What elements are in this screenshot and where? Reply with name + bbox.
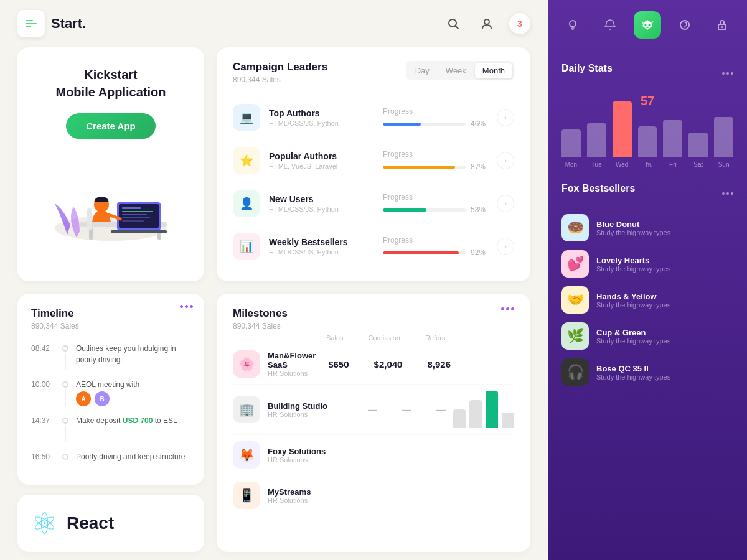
- cup-green-name: Cup & Green: [596, 328, 670, 337]
- top-authors-info: Top Authors HTML/CSS/JS, Python: [269, 108, 374, 127]
- day-wed: Wed: [616, 161, 628, 168]
- bose-sub: Study the highway types: [596, 373, 670, 381]
- progress-pct-4: 92%: [471, 248, 488, 257]
- timeline-item-4: 16:50 Poorly driving and keep structure: [31, 451, 190, 462]
- svg-point-5: [484, 19, 489, 24]
- popular-authors-chevron[interactable]: ›: [497, 152, 514, 169]
- cup-green-img: 🌿: [561, 322, 589, 350]
- new-users-chevron[interactable]: ›: [497, 195, 514, 212]
- timeline-time-3: 14:37: [31, 415, 55, 425]
- timeline-item-3: 14:37 Make deposit USD 700 to ESL: [31, 415, 190, 442]
- svg-rect-0: [26, 20, 33, 21]
- timeline-text-1: Outlines keep you Indulging in poorly dr…: [76, 343, 190, 365]
- timeline-title-group: Timeline 890,344 Sales: [31, 307, 79, 330]
- nav-bulb-button[interactable]: [559, 11, 586, 39]
- progress-label-2: Progress: [383, 150, 488, 159]
- campaign-row-weekly-bestsellers: 📊 Weekly Bestsellers HTML/CSS/JS, Python…: [233, 225, 514, 268]
- cup-green-sub: Study the highway types: [596, 337, 670, 345]
- daily-stats-chart: 57 Mon Tue Wed Thu: [561, 94, 733, 168]
- bestsellers-title: Fox Bestsellers: [561, 183, 635, 194]
- milestones-title-group: Milestones 890,344 Sales: [233, 307, 288, 330]
- weekly-bestsellers-icon: 📊: [233, 233, 260, 260]
- bar-3: [486, 391, 498, 428]
- milestones-menu-dots[interactable]: [501, 307, 514, 310]
- milestones-title: Milestones: [233, 307, 288, 320]
- campaign-row-top-authors: 💻 Top Authors HTML/CSS/JS, Python Progre…: [233, 96, 514, 139]
- nav-lock-button[interactable]: [708, 11, 736, 39]
- hands-yellow-img: 🤝: [561, 286, 589, 314]
- campaign-card: Campaign Leaders 890,344 Sales Day Week …: [217, 47, 530, 281]
- bulb-icon: [566, 19, 579, 31]
- manflower-commission: $2,040: [374, 359, 403, 370]
- day-mon: Mon: [565, 161, 577, 168]
- milestone-row-building-studio: 🏢 Building Studio HR Solutions — — —: [233, 385, 514, 435]
- progress-pct-3: 53%: [471, 205, 488, 214]
- svg-rect-12: [111, 230, 167, 233]
- timeline-text-4: Poorly driving and keep structure: [76, 451, 185, 462]
- notification-badge[interactable]: 3: [509, 13, 530, 34]
- bose-name: Bose QC 35 II: [596, 364, 670, 373]
- user-button[interactable]: [476, 12, 498, 35]
- foxy-sub: HR Solutions: [268, 456, 387, 464]
- bar-col-tue: Tue: [587, 123, 606, 168]
- sidebar-content: Daily Stats 57 Mon Tue Wed: [548, 50, 747, 560]
- bar-col-mon: Mon: [561, 129, 581, 168]
- bestsellers-dots[interactable]: [722, 192, 733, 195]
- top-authors-chevron[interactable]: ›: [497, 109, 514, 126]
- tab-day[interactable]: Day: [408, 63, 437, 78]
- day-sun: Sun: [718, 161, 730, 168]
- bar-col-sat: Sat: [688, 133, 708, 168]
- nav-bell-button[interactable]: [596, 11, 624, 39]
- popular-authors-progress: Progress 87%: [383, 150, 488, 171]
- daily-stats-dots[interactable]: [722, 72, 733, 75]
- search-button[interactable]: [442, 12, 464, 35]
- day-thu: Thu: [642, 161, 652, 168]
- blue-donut-name: Blue Donut: [596, 220, 670, 229]
- tab-month[interactable]: Month: [475, 63, 512, 78]
- weekly-bestsellers-chevron[interactable]: ›: [497, 238, 514, 255]
- building-studio-stats: — — —: [368, 404, 446, 415]
- lovely-hearts-sub: Study the highway types: [596, 265, 670, 273]
- header: Start. 3: [0, 0, 548, 47]
- create-app-button[interactable]: Create App: [66, 113, 155, 139]
- col-label-refers: Refers: [425, 334, 445, 342]
- timeline-content-2: AEOL meeting with A B: [76, 379, 139, 406]
- timeline-highlight: USD 700: [123, 416, 153, 425]
- progress-bar-bg-1: [383, 123, 466, 126]
- mystreams-info: MyStreams HR Solutions: [268, 487, 387, 504]
- progress-bar-fill-1: [383, 123, 421, 126]
- nav-question-button[interactable]: [671, 11, 698, 39]
- bar-sun: [714, 117, 733, 157]
- weekly-bestsellers-name: Weekly Bestsellers: [269, 237, 374, 247]
- bar-thu: [638, 126, 657, 157]
- sidebar-top-nav: [548, 0, 747, 50]
- tab-week[interactable]: Week: [438, 63, 474, 78]
- bar-wed: [613, 101, 632, 157]
- timeline-menu-dots[interactable]: [180, 305, 193, 308]
- bar-2: [469, 400, 482, 428]
- timeline-item-1: 08:42 Outlines keep you Indulging in poo…: [31, 343, 190, 370]
- header-actions: 3: [442, 12, 530, 35]
- milestone-row-foxy: 🦊 Foxy Solutions HR Solutions: [233, 435, 514, 475]
- daily-stats-header: Daily Stats: [561, 63, 733, 84]
- lovely-hearts-name: Lovely Hearts: [596, 256, 670, 265]
- campaign-row-new-users: 👤 New Users HTML/CSS/JS, Python Progress…: [233, 182, 514, 225]
- timeline-time-4: 16:50: [31, 451, 55, 461]
- progress-row-3: 53%: [383, 205, 488, 214]
- weekly-bestsellers-progress: Progress 92%: [383, 236, 488, 257]
- kickstart-card: Kickstart Mobile Application Create App: [17, 47, 204, 281]
- bose-img: 🎧: [561, 358, 589, 386]
- foxy-icon: 🦊: [233, 441, 260, 469]
- svg-point-25: [721, 26, 723, 28]
- timeline-avatars: A B: [76, 391, 139, 406]
- popular-authors-icon: ⭐: [233, 147, 260, 174]
- manflower-info: Man&Flower SaaS HR Solutions: [268, 351, 321, 377]
- timeline-card: Timeline 890,344 Sales 08:42 Outlines ke…: [17, 294, 204, 485]
- menu-icon: [24, 17, 38, 30]
- svg-rect-17: [122, 220, 144, 222]
- nav-fox-button[interactable]: [634, 11, 661, 39]
- svg-point-20: [570, 21, 576, 27]
- manflower-sub: HR Solutions: [268, 370, 321, 377]
- new-users-name: New Users: [269, 194, 374, 204]
- main-area: Start. 3 Kickstart Mobile A: [0, 0, 548, 560]
